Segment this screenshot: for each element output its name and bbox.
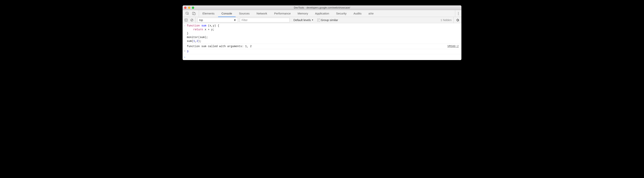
tab-label: Security — [336, 12, 346, 15]
context-value: top — [199, 19, 203, 22]
levels-label: Default levels — [294, 18, 311, 22]
tab-label: Memory — [298, 12, 308, 15]
console-settings-button[interactable] — [454, 17, 462, 23]
svg-point-4 — [458, 13, 458, 14]
input-chevron-icon: › — [182, 24, 187, 43]
result-chevron-icon — [182, 49, 187, 54]
kebab-icon — [458, 12, 459, 15]
window-title: DevTools - developers.google.com/web/sho… — [182, 6, 462, 9]
console-result-row: 3 — [182, 49, 462, 54]
tab-network[interactable]: Network — [253, 10, 271, 17]
group-similar-checkbox[interactable]: ✓ Group similar — [317, 18, 338, 22]
inspect-element-icon[interactable] — [186, 12, 189, 15]
console-input-row: › function sum (x,y) { return x + y; } m… — [182, 23, 462, 44]
tab-console[interactable]: Console — [218, 10, 236, 17]
hidden-count[interactable]: 1 hidden — [440, 18, 452, 22]
more-menu-button[interactable] — [455, 10, 462, 17]
inspect-tools — [182, 10, 199, 17]
console-body: › function sum (x,y) { return x + y; } m… — [182, 23, 462, 60]
tab-label: aXe — [368, 12, 374, 15]
tab-label: Sources — [239, 12, 250, 15]
tab-label: Audits — [354, 12, 362, 15]
console-input-code[interactable]: function sum (x,y) { return x + y; } mon… — [187, 24, 461, 43]
filter-input[interactable] — [240, 18, 290, 22]
tab-memory[interactable]: Memory — [294, 10, 312, 17]
checkbox-icon: ✓ — [317, 19, 320, 22]
tab-label: Application — [315, 12, 329, 15]
svg-point-3 — [458, 12, 458, 13]
svg-rect-2 — [194, 13, 195, 15]
toggle-device-icon[interactable] — [192, 12, 196, 15]
tab-axe[interactable]: aXe — [365, 10, 377, 17]
log-source-link[interactable]: VM580:2 — [447, 44, 461, 48]
console-result-value: 3 — [187, 49, 461, 54]
console-log-message: function sum called with arguments: 1, 2 — [187, 44, 447, 49]
chevron-down-icon: ▼ — [312, 19, 314, 21]
clear-console-icon[interactable] — [190, 19, 194, 22]
tab-elements[interactable]: Elements — [199, 10, 218, 17]
tab-security[interactable]: Security — [332, 10, 350, 17]
tab-performance[interactable]: Performance — [271, 10, 294, 17]
svg-line-8 — [191, 19, 192, 21]
log-gutter — [182, 44, 187, 49]
chevron-down-icon: ▼ — [234, 19, 236, 22]
console-prompt-input[interactable] — [187, 55, 462, 59]
tab-label: Network — [257, 12, 267, 15]
prompt-chevron-icon: › — [182, 55, 187, 59]
svg-point-5 — [458, 14, 458, 15]
window-titlebar: DevTools - developers.google.com/web/sho… — [182, 6, 462, 10]
gear-icon — [456, 19, 459, 22]
tab-label: Performance — [274, 12, 291, 15]
console-log-row: function sum called with arguments: 1, 2… — [182, 44, 462, 49]
panel-tabs: Elements Console Sources Network Perform… — [182, 10, 462, 17]
devtools-window: DevTools - developers.google.com/web/sho… — [182, 6, 462, 60]
group-similar-label: Group similar — [321, 18, 338, 22]
tab-sources[interactable]: Sources — [236, 10, 253, 17]
svg-point-9 — [185, 51, 186, 51]
console-prompt-row[interactable]: › — [182, 54, 462, 60]
tab-label: Elements — [202, 12, 214, 15]
tab-label: Console — [222, 12, 232, 15]
tab-application[interactable]: Application — [312, 10, 332, 17]
execution-context-select[interactable]: top ▼ — [198, 18, 238, 22]
console-toolbar: top ▼ Default levels ▼ ✓ Group similar 1… — [182, 17, 462, 23]
toggle-sidebar-icon[interactable] — [184, 19, 188, 22]
log-levels-select[interactable]: Default levels ▼ — [294, 18, 314, 22]
tab-audits[interactable]: Audits — [350, 10, 365, 17]
